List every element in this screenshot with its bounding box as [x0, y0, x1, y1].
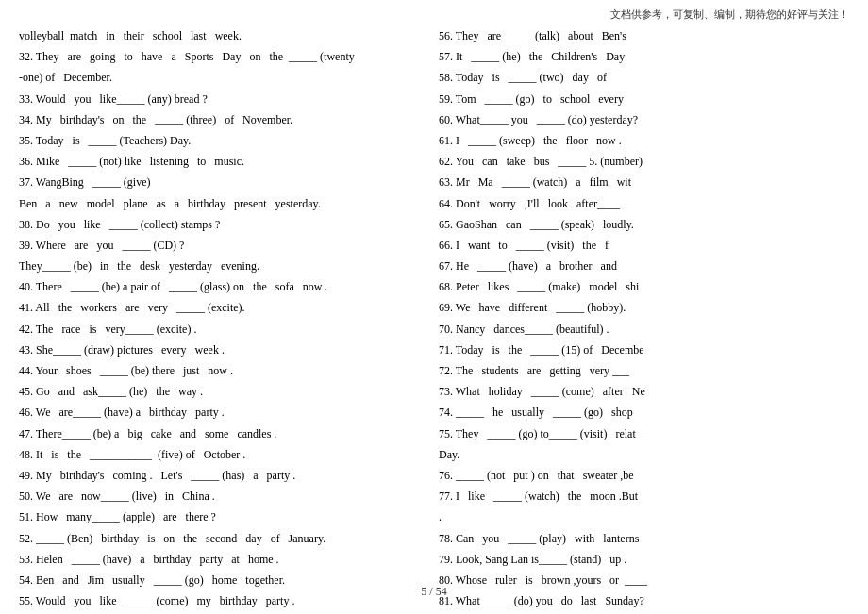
list-item: 59. Tom _____ (go) to school every [439, 89, 849, 109]
list-item: 58. Today is _____ (two) day of [439, 67, 849, 88]
list-item: 48. It is the ___________ (five) of Octo… [19, 444, 429, 465]
list-item: 46. We are_____ (have) a birthday party … [19, 402, 429, 423]
list-item: volleyball match in their school last we… [19, 25, 429, 46]
list-item: 63. Mr Ma _____ (watch) a film wit [439, 172, 849, 192]
list-item: 71. Today is the _____ (15) of Decembe [439, 340, 849, 360]
list-item: 74. _____ he usually _____ (go) shop [439, 402, 849, 423]
list-item: 73. What holiday _____ (come) after Ne [439, 381, 849, 402]
header-text: 文档供参考，可复制、编制，期待您的好评与关注！ [0, 0, 868, 25]
list-item: 33. Would you like_____ (any) bread ? [19, 89, 429, 109]
list-item: 72. The students are getting very ___ [439, 360, 849, 381]
list-item: 37. WangBing _____ (give) Ben a new mode… [19, 172, 429, 213]
list-item: 47. There_____ (be) a big cake and some … [19, 423, 429, 444]
list-item: 51. How many_____ (apple) are there ? [19, 506, 429, 527]
list-item: 75. They _____ (go) to_____ (visit) rela… [439, 423, 849, 465]
list-item: 64. Don't worry ,I'll look after____ [439, 193, 849, 214]
list-item: 65. GaoShan can _____ (speak) loudly. [439, 214, 849, 235]
list-item: 62. You can take bus _____ 5. (number) [439, 151, 849, 172]
list-item: 52. _____ (Ben) birthday is on the secon… [19, 528, 429, 549]
list-item: 32. They are going to have a Sports Day … [19, 46, 429, 88]
list-item: 78. Can you _____ (play) with lanterns [439, 528, 849, 549]
list-item: 76. _____ (not put ) on that sweater ,be [439, 465, 849, 486]
list-item: 43. She_____ (draw) pictures every week … [19, 340, 429, 360]
list-item: 67. He _____ (have) a brother and [439, 256, 849, 276]
list-item: 70. Nancy dances_____ (beautiful) . [439, 319, 849, 340]
left-column: volleyball match in their school last we… [19, 25, 429, 611]
list-item: 53. Helen _____ (have) a birthday party … [19, 549, 429, 570]
list-item: 79. Look, Sang Lan is_____ (stand) up . [439, 549, 849, 570]
main-content: volleyball match in their school last we… [0, 25, 868, 611]
list-item: 61. I _____ (sweep) the floor now . [439, 130, 849, 151]
right-column: 56. They are_____ (talk) about Ben's57. … [439, 25, 849, 611]
list-item: 39. Where are you _____ (CD) ? They_____… [19, 235, 429, 276]
list-item: 34. My birthday's on the _____ (three) o… [19, 109, 429, 130]
list-item: 36. Mike _____ (not) like listening to m… [19, 151, 429, 172]
list-item: 66. I want to _____ (visit) the f [439, 235, 849, 256]
list-item: 77. I like _____ (watch) the moon .But . [439, 486, 849, 527]
list-item: 35. Today is _____ (Teachers) Day. [19, 130, 429, 151]
list-item: 40. There _____ (be) a pair of _____ (gl… [19, 276, 429, 297]
list-item: 45. Go and ask_____ (he) the way . [19, 381, 429, 402]
list-item: 69. We have different _____ (hobby). [439, 297, 849, 318]
list-item: 41. All the workers are very _____ (exci… [19, 297, 429, 318]
list-item: 38. Do you like _____ (collect) stamps ? [19, 214, 429, 235]
list-item: 50. We are now_____ (live) in China . [19, 486, 429, 506]
page-footer: 5 / 54 [0, 575, 868, 606]
page-number: 5 / 54 [421, 585, 446, 598]
list-item: 57. It _____ (he) the Children's Day [439, 46, 849, 67]
list-item: 56. They are_____ (talk) about Ben's [439, 25, 849, 46]
list-item: 68. Peter likes _____ (make) model shi [439, 276, 849, 297]
list-item: 49. My birthday's coming . Let's _____ (… [19, 465, 429, 486]
list-item: 42. The race is very_____ (excite) . [19, 319, 429, 340]
header: 文档供参考，可复制、编制，期待您的好评与关注！ [0, 0, 868, 25]
list-item: 44. Your shoes _____ (be) there just now… [19, 360, 429, 381]
list-item: 60. What_____ you _____ (do) yesterday? [439, 109, 849, 130]
